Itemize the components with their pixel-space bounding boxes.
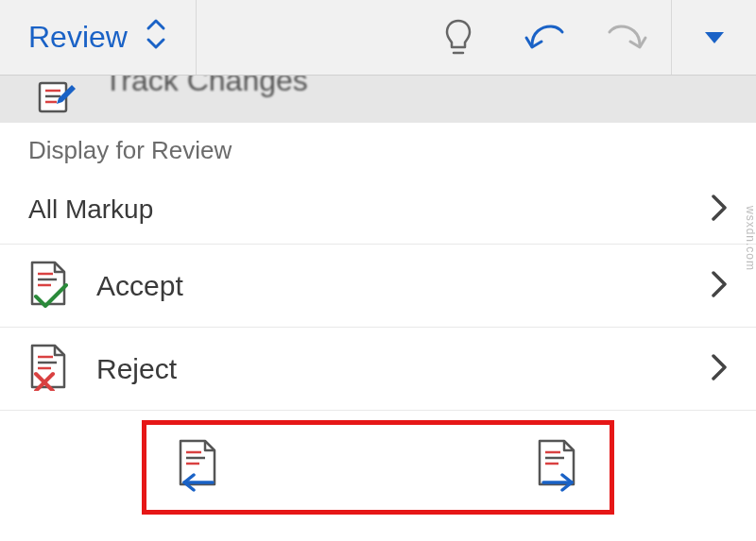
more-dropdown-button[interactable]	[671, 0, 756, 75]
document-arrow-right-icon	[534, 439, 581, 492]
accept-row[interactable]: Accept	[0, 245, 756, 328]
accept-label: Accept	[96, 270, 686, 302]
all-markup-label: All Markup	[28, 194, 686, 225]
next-change-button[interactable]	[534, 439, 581, 496]
previous-change-button[interactable]	[175, 439, 222, 496]
redo-icon	[608, 19, 649, 57]
tab-label: Review	[28, 20, 128, 55]
undo-icon	[523, 19, 564, 57]
lightbulb-icon	[442, 17, 474, 59]
reject-icon	[28, 344, 72, 395]
triangle-down-icon	[703, 30, 726, 45]
accept-icon	[28, 261, 72, 312]
track-changes-icon	[38, 81, 77, 117]
prev-next-highlight	[142, 420, 614, 515]
undo-button[interactable]	[501, 0, 586, 75]
display-for-review-label: Display for Review	[0, 123, 756, 175]
document-arrow-left-icon	[175, 439, 222, 492]
chevron-right-icon	[711, 353, 728, 385]
track-changes-label: Track Changes	[104, 76, 308, 98]
reject-row[interactable]: Reject	[0, 328, 756, 411]
all-markup-row[interactable]: All Markup	[0, 175, 756, 245]
toolbar: Review	[0, 0, 756, 76]
redo-button	[586, 0, 671, 75]
tab-selector[interactable]: Review	[0, 0, 197, 75]
watermark: wsxdn.com	[744, 205, 756, 270]
track-changes-row[interactable]: Track Changes	[0, 76, 756, 123]
chevron-right-icon	[711, 194, 728, 226]
reject-label: Reject	[96, 353, 686, 385]
up-down-chevron-icon	[145, 17, 167, 59]
lightbulb-button[interactable]	[416, 0, 501, 75]
svg-marker-1	[705, 32, 724, 43]
chevron-right-icon	[711, 270, 728, 302]
